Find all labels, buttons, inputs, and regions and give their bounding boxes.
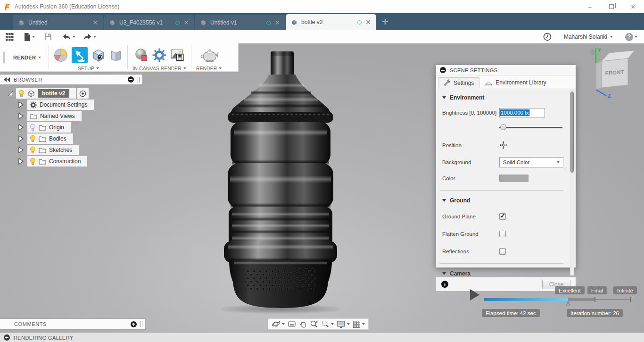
tree-row-origin[interactable]: Origin <box>0 122 142 133</box>
decal-button[interactable] <box>109 49 123 62</box>
ground-plane-checkbox[interactable] <box>499 213 506 220</box>
scene-settings-button[interactable] <box>72 47 88 63</box>
tab-close-icon[interactable]: ✕ <box>274 19 280 26</box>
undo-button[interactable] <box>62 33 75 41</box>
environment-section-header[interactable]: Environment <box>442 94 563 101</box>
collapsed-arrow-icon[interactable] <box>18 101 24 108</box>
orbit-button[interactable] <box>272 320 285 328</box>
visibility-bulb-icon[interactable] <box>30 146 36 154</box>
tree-item-label[interactable]: Bodies <box>49 135 66 142</box>
render-play-button[interactable] <box>470 289 479 300</box>
panel-grip[interactable] <box>140 321 142 327</box>
root-node-label[interactable]: bottle v2 <box>38 89 69 98</box>
scene-settings-header[interactable]: SCENE SETTINGS <box>436 65 576 75</box>
brightness-slider[interactable] <box>499 124 562 131</box>
zoom-window-button[interactable] <box>321 320 334 328</box>
tab-u3-f4023556[interactable]: U3_F4023556 v1 ✕ <box>104 15 194 30</box>
reflections-checkbox[interactable] <box>499 248 506 255</box>
dialog-scrollbar[interactable] <box>570 90 574 275</box>
setup-group-dropdown[interactable]: SETUP <box>78 66 99 71</box>
tree-row-construction[interactable]: Construction <box>0 156 142 167</box>
app-launcher-button[interactable] <box>6 33 14 41</box>
tree-item-label[interactable]: Origin <box>49 124 64 131</box>
tab-close-icon[interactable]: ✕ <box>365 19 371 25</box>
help-menu-button[interactable]: ? <box>625 33 637 41</box>
restore-button[interactable] <box>601 0 622 13</box>
flatten-ground-checkbox[interactable] <box>499 231 506 237</box>
tree-root-row[interactable]: bottle v2 <box>0 88 142 99</box>
comments-panel[interactable]: COMMENTS <box>0 319 145 329</box>
brightness-input[interactable]: 1000.000 lx <box>499 108 545 117</box>
in-canvas-render-dropdown[interactable]: IN-CANVAS RENDER <box>132 66 186 71</box>
minimize-button[interactable]: – <box>579 0 601 13</box>
visibility-bulb-icon[interactable] <box>30 135 36 143</box>
ground-section-header[interactable]: Ground <box>442 197 563 204</box>
user-account-menu[interactable]: Maharshi Solanki <box>564 33 613 40</box>
quality-excellent-badge[interactable]: Excellent <box>555 286 585 294</box>
quality-marker-icon[interactable]: △ <box>566 300 570 307</box>
position-move-icon[interactable] <box>499 141 507 149</box>
collapsed-arrow-icon[interactable] <box>18 147 24 153</box>
add-comment-icon[interactable] <box>131 321 137 327</box>
collapsed-arrow-icon[interactable] <box>18 158 24 165</box>
view-cube[interactable]: FRONT Y Z <box>579 44 640 99</box>
background-select[interactable]: Solid Color <box>499 157 563 167</box>
job-status-clock-icon[interactable] <box>543 33 552 41</box>
tab-bottle-v2[interactable]: bottle v2 ✕ <box>286 14 376 30</box>
render-button[interactable] <box>199 48 219 63</box>
visibility-bulb-icon[interactable] <box>30 158 36 166</box>
camera-section-header[interactable]: Camera <box>442 270 563 277</box>
rendering-gallery-label[interactable]: RENDERING GALLERY <box>14 335 73 341</box>
tree-item-label[interactable]: Named Views <box>40 113 75 119</box>
tab-untitled[interactable]: Untitled ✕ <box>13 15 103 30</box>
display-settings-button[interactable] <box>337 320 350 328</box>
tree-row-named-views[interactable]: Named Views <box>0 110 142 122</box>
viewport-canvas[interactable]: RENDER SETUP <box>0 43 644 333</box>
collapsed-arrow-icon[interactable] <box>18 124 24 131</box>
collapse-panel-icon[interactable] <box>4 77 10 82</box>
slider-handle[interactable] <box>500 124 506 130</box>
render-group-dropdown[interactable]: RENDER <box>196 66 222 71</box>
appearance-button[interactable] <box>54 48 68 62</box>
tree-item-label[interactable]: Sketches <box>49 147 72 153</box>
tree-item-label[interactable]: Construction <box>49 158 81 165</box>
visibility-bulb-off-icon[interactable] <box>30 124 36 132</box>
visibility-bulb-icon[interactable] <box>18 90 25 98</box>
expand-arrow-icon[interactable] <box>7 90 14 97</box>
tree-row-document-settings[interactable]: Document Settings <box>0 99 142 110</box>
close-window-button[interactable]: ✕ <box>622 0 644 13</box>
dialog-collapse-icon[interactable] <box>440 67 446 73</box>
viewcube-menu-chevron-icon[interactable] <box>632 92 636 95</box>
info-icon[interactable]: i <box>441 281 448 288</box>
pan-button[interactable] <box>299 320 307 328</box>
background-color-swatch[interactable] <box>499 175 528 182</box>
tree-row-bodies[interactable]: Bodies <box>0 133 142 144</box>
quality-infinite-badge[interactable]: Infinite <box>613 286 637 294</box>
home-view-icon[interactable] <box>589 49 596 55</box>
file-menu-button[interactable] <box>24 33 35 41</box>
panel-grip[interactable] <box>138 77 140 83</box>
tab-close-icon[interactable]: ✕ <box>92 19 98 26</box>
tab-environment-library[interactable]: Environment Library <box>479 77 551 88</box>
zoom-button[interactable]: ± <box>310 320 318 328</box>
scrollbar-thumb[interactable] <box>570 92 574 173</box>
tab-close-icon[interactable]: ✕ <box>183 19 189 26</box>
tab-untitled-v1[interactable]: Untitled v1 ✕ <box>195 15 285 30</box>
collapsed-arrow-icon[interactable] <box>18 113 24 119</box>
toolbar-grip[interactable] <box>3 52 5 63</box>
render-settings-button[interactable] <box>152 48 166 62</box>
quality-final-badge[interactable]: Final <box>587 286 607 294</box>
activate-component-icon[interactable] <box>79 90 86 97</box>
collapsed-arrow-icon[interactable] <box>18 135 24 142</box>
in-canvas-render-button[interactable] <box>134 48 149 62</box>
look-at-button[interactable] <box>288 320 296 328</box>
rendered-bottle-model[interactable] <box>222 50 339 314</box>
texture-map-controls-button[interactable] <box>91 48 106 62</box>
rendering-gallery-icon[interactable] <box>4 334 10 341</box>
tab-settings[interactable]: Settings <box>438 77 479 88</box>
tree-row-sketches[interactable]: Sketches <box>0 144 142 156</box>
tree-item-label[interactable]: Document Settings <box>40 101 87 108</box>
render-quality-slider[interactable] <box>484 297 631 303</box>
grid-settings-button[interactable] <box>353 320 365 328</box>
panel-collapse-icon[interactable] <box>128 76 134 83</box>
